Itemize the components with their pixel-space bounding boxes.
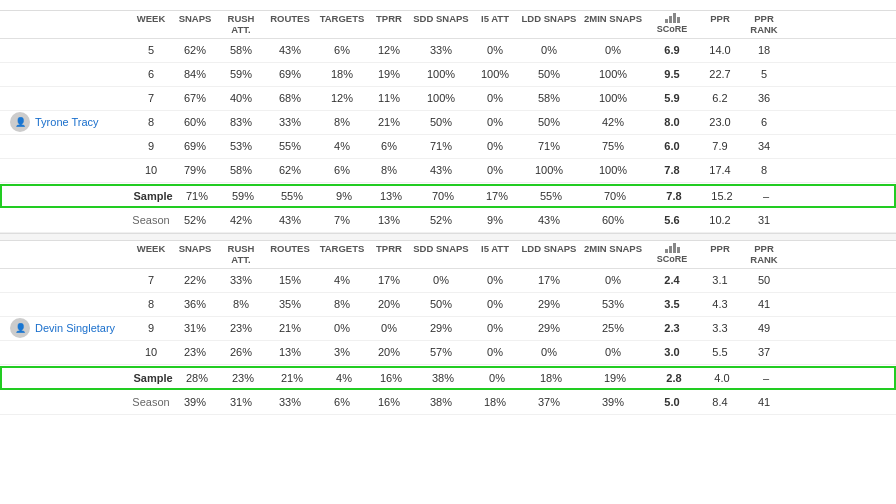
cell: 4%	[316, 274, 368, 286]
cell: 33%	[264, 116, 316, 128]
data-row: 684%59%69%18%19%100%100%50%100%9.522.75	[0, 63, 896, 87]
cell: 42%	[218, 214, 264, 226]
col-header-snaps: SNAPS	[172, 243, 218, 266]
cell: 37%	[518, 396, 580, 408]
cell: 0%	[474, 372, 520, 384]
cell: 55%	[264, 140, 316, 152]
cell: 31%	[172, 322, 218, 334]
column-headers-row: WEEKSNAPSRUSH ATT.ROUTESTARGETSTPRRSDD S…	[0, 241, 896, 269]
cell: 8%	[316, 116, 368, 128]
cell: 62%	[264, 164, 316, 176]
col-header-2min-snaps: 2MIN SNAPS	[580, 13, 646, 36]
cell: 39%	[580, 396, 646, 408]
cell: 22%	[172, 274, 218, 286]
cell: 75%	[580, 140, 646, 152]
col-header-score: SCoRE	[646, 13, 698, 36]
cell: 67%	[172, 92, 218, 104]
cell: 23%	[218, 322, 264, 334]
cell: 10.2	[698, 214, 742, 226]
cell: 0%	[472, 92, 518, 104]
cell: 0%	[472, 346, 518, 358]
cell: Season	[130, 396, 172, 408]
cell: 58%	[518, 92, 580, 104]
cell: 100%	[580, 92, 646, 104]
col-header-sdd-snaps: SDD SNAPS	[410, 13, 472, 36]
cell: 0%	[472, 274, 518, 286]
cell: 0%	[580, 346, 646, 358]
cell: 18%	[316, 68, 368, 80]
cell: Sample	[132, 190, 174, 202]
cell: 52%	[172, 214, 218, 226]
cell: 23%	[220, 372, 266, 384]
data-row: Sample71%59%55%9%13%70%17%55%70%7.815.2–	[0, 184, 896, 208]
col-header-week: WEEK	[130, 13, 172, 36]
cell: –	[744, 372, 788, 384]
cell: 6.2	[698, 92, 742, 104]
cell: 0%	[580, 274, 646, 286]
row-cells: 1023%26%13%3%20%57%0%0%0%3.05.537	[130, 346, 896, 358]
cell: 11%	[368, 92, 410, 104]
cell: 55%	[266, 190, 318, 202]
cell: 12%	[368, 44, 410, 56]
cell: 8	[742, 164, 786, 176]
col-header-targets: TARGETS	[316, 243, 368, 266]
row-cells: 931%23%21%0%0%29%0%29%25%2.33.349	[130, 322, 896, 334]
cell: 22.7	[698, 68, 742, 80]
cell: 8%	[218, 298, 264, 310]
cell: 50%	[518, 116, 580, 128]
cell: 52%	[410, 214, 472, 226]
player-cell[interactable]: 👤Tyrone Tracy	[0, 112, 130, 132]
col-header-rush-att.: RUSH ATT.	[218, 13, 264, 36]
row-cells: Sample71%59%55%9%13%70%17%55%70%7.815.2–	[132, 190, 894, 202]
player-cell[interactable]: 👤Devin Singletary	[0, 318, 130, 338]
cell: 19%	[368, 68, 410, 80]
row-cells: 767%40%68%12%11%100%0%58%100%5.96.236	[130, 92, 896, 104]
col-header-ldd-snaps: LDD SNAPS	[518, 13, 580, 36]
cell: 17%	[518, 274, 580, 286]
cell: 69%	[264, 68, 316, 80]
data-row: 562%58%43%6%12%33%0%0%0%6.914.018	[0, 39, 896, 63]
cell: 18%	[472, 396, 518, 408]
row-cells: Season52%42%43%7%13%52%9%43%60%5.610.231	[130, 214, 896, 226]
cell: 100%	[410, 92, 472, 104]
cell: 7%	[316, 214, 368, 226]
row-cells: 684%59%69%18%19%100%100%50%100%9.522.75	[130, 68, 896, 80]
cell: 17%	[474, 190, 520, 202]
cell: 9%	[472, 214, 518, 226]
cell: 8%	[316, 298, 368, 310]
cell: 31%	[218, 396, 264, 408]
cell: 3.5	[646, 298, 698, 310]
col-header-i5-att: I5 ATT	[472, 13, 518, 36]
col-header-ppr: PPR	[698, 243, 742, 266]
col-header-ppr-rank: PPR RANK	[742, 243, 786, 266]
cell: 7	[130, 92, 172, 104]
cell: 43%	[410, 164, 472, 176]
cell: 41	[742, 298, 786, 310]
cell: 5.0	[646, 396, 698, 408]
cell: 29%	[518, 298, 580, 310]
cell: 0%	[472, 164, 518, 176]
cell: 29%	[410, 322, 472, 334]
cell: 60%	[580, 214, 646, 226]
cell: 3.1	[698, 274, 742, 286]
col-header-ppr: PPR	[698, 13, 742, 36]
cell: 0%	[518, 346, 580, 358]
cell: 40%	[218, 92, 264, 104]
section-divider	[0, 233, 896, 241]
col-header-rush-att.: RUSH ATT.	[218, 243, 264, 266]
cell: 33%	[218, 274, 264, 286]
data-row: 836%8%35%8%20%50%0%29%53%3.54.341	[0, 293, 896, 317]
cell: 69%	[172, 140, 218, 152]
main-container: WEEKSNAPSRUSH ATT.ROUTESTARGETSTPRRSDD S…	[0, 0, 896, 415]
col-header-tprr: TPRR	[368, 243, 410, 266]
cell: 23%	[172, 346, 218, 358]
cell: 0%	[472, 298, 518, 310]
cell: 100%	[580, 164, 646, 176]
cell: 83%	[218, 116, 264, 128]
col-header-week: WEEK	[130, 243, 172, 266]
cell: 59%	[220, 190, 266, 202]
cell: Season	[130, 214, 172, 226]
cell: 9	[130, 140, 172, 152]
cell: 5.9	[646, 92, 698, 104]
cell: 0%	[518, 44, 580, 56]
